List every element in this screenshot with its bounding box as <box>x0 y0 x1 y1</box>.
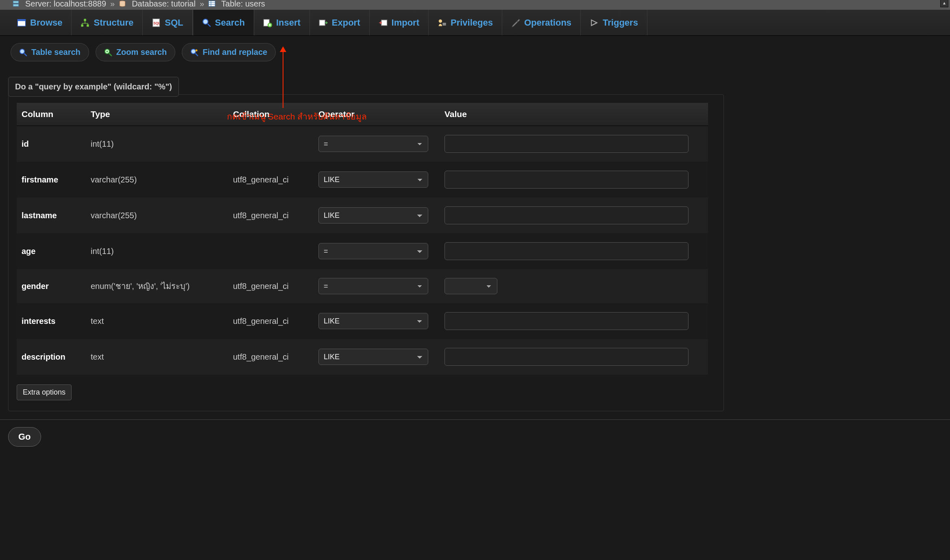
svg-rect-3 <box>209 1 215 7</box>
value-cell <box>440 198 708 233</box>
sql-icon: SQL <box>152 18 161 27</box>
breadcrumb-sep: » <box>110 0 115 9</box>
tab-label: Privileges <box>451 17 493 28</box>
database-icon <box>119 0 126 7</box>
svg-point-26 <box>191 49 196 53</box>
column-type: int(11) <box>86 233 228 269</box>
subtab-label: Zoom search <box>116 48 167 57</box>
value-input[interactable] <box>444 312 689 330</box>
tab-operations[interactable]: Operations <box>502 10 581 35</box>
col-header-value: Value <box>440 103 708 126</box>
table-row: idint(11)= <box>17 126 708 162</box>
subtab-label: Table search <box>31 48 81 57</box>
svg-point-22 <box>20 49 24 53</box>
column-name: lastname <box>17 198 86 233</box>
column-type: text <box>86 339 228 375</box>
value-cell <box>440 162 708 198</box>
value-cell <box>440 126 708 162</box>
value-input[interactable] <box>444 206 689 224</box>
tab-label: Browse <box>30 17 62 28</box>
go-button[interactable]: Go <box>8 427 41 447</box>
insert-icon <box>263 18 272 27</box>
subtab-table-search[interactable]: Table search <box>11 43 89 61</box>
operator-select[interactable]: LIKE <box>318 313 428 329</box>
tab-label: Insert <box>276 17 301 28</box>
value-select[interactable] <box>444 278 497 294</box>
value-input[interactable] <box>444 242 689 260</box>
value-cell <box>440 303 708 339</box>
tab-label: Import <box>392 17 419 28</box>
operator-select[interactable]: = <box>318 136 428 152</box>
breadcrumb-table[interactable]: Table: users <box>221 0 265 9</box>
search-subtabs: Table search Zoom search Find and replac… <box>0 36 950 61</box>
subtab-label: Find and replace <box>203 48 267 57</box>
breadcrumb-database[interactable]: Database: tutorial <box>132 0 196 9</box>
tab-label: Operations <box>524 17 571 28</box>
tab-label: Triggers <box>603 17 638 28</box>
table-row: descriptiontextutf8_general_ciLIKE <box>17 339 708 375</box>
breadcrumb-server[interactable]: Server: localhost:8889 <box>25 0 106 9</box>
operator-select[interactable]: LIKE <box>318 349 428 365</box>
operator-select[interactable]: = <box>318 278 428 294</box>
export-icon <box>319 18 328 27</box>
triggers-icon <box>590 18 599 27</box>
tab-insert[interactable]: Insert <box>254 10 310 35</box>
svg-rect-19 <box>381 20 387 26</box>
operator-select[interactable]: = <box>318 243 428 259</box>
tab-privileges[interactable]: Privileges <box>429 10 502 35</box>
tab-sql[interactable]: SQL SQL <box>143 10 192 35</box>
tab-structure[interactable]: Structure <box>72 10 143 35</box>
column-collation: utf8_general_ci <box>228 269 314 303</box>
extra-options-button[interactable]: Extra options <box>17 384 72 400</box>
breadcrumb-sep: » <box>200 0 204 9</box>
table-row: lastnamevarchar(255)utf8_general_ciLIKE <box>17 198 708 233</box>
form-footer: Go <box>0 419 950 454</box>
operations-icon <box>511 18 520 27</box>
operator-cell: LIKE <box>314 339 440 375</box>
svg-rect-8 <box>17 19 25 21</box>
value-input[interactable] <box>444 135 689 153</box>
import-icon <box>379 18 388 27</box>
value-input[interactable] <box>444 171 689 189</box>
tab-search[interactable]: Search <box>193 10 254 35</box>
svg-rect-18 <box>319 20 325 26</box>
operator-cell: = <box>314 126 440 162</box>
annotation-arrow <box>283 47 283 108</box>
column-type: varchar(255) <box>86 162 228 198</box>
svg-line-23 <box>24 53 27 56</box>
tab-import[interactable]: Import <box>370 10 429 35</box>
svg-point-14 <box>203 19 208 24</box>
subtab-find-replace[interactable]: Find and replace <box>182 43 276 61</box>
svg-line-15 <box>207 24 210 26</box>
svg-text:SQL: SQL <box>153 22 160 25</box>
tab-triggers[interactable]: Triggers <box>581 10 647 35</box>
table-row: genderenum('ชาย', 'หญิง', 'ไม่ระบุ')utf8… <box>17 269 708 303</box>
column-collation <box>228 233 314 269</box>
annotation-text: กดเข้าเมนู Search สำหรับค้นหาข้อมูล <box>227 110 367 123</box>
breadcrumb: Server: localhost:8889 » Database: tutor… <box>0 0 950 10</box>
collapse-breadcrumb-button[interactable]: ▴ <box>940 0 948 7</box>
tab-label: SQL <box>165 17 183 28</box>
search-criteria-table: Column Type Collation Operator Value idi… <box>17 103 708 375</box>
operator-cell: = <box>314 269 440 303</box>
column-collation: utf8_general_ci <box>228 303 314 339</box>
svg-line-25 <box>109 53 111 56</box>
query-by-example-form: Column Type Collation Operator Value idi… <box>8 94 724 411</box>
column-type: int(11) <box>86 126 228 162</box>
operator-select[interactable]: LIKE <box>318 207 428 224</box>
col-header-column: Column <box>17 103 86 126</box>
subtab-zoom-search[interactable]: Zoom search <box>96 43 175 61</box>
tab-browse[interactable]: Browse <box>8 10 72 35</box>
operator-cell: = <box>314 233 440 269</box>
column-collation <box>228 126 314 162</box>
value-input[interactable] <box>444 348 689 366</box>
structure-icon <box>81 18 89 27</box>
tab-export[interactable]: Export <box>310 10 370 35</box>
column-type: varchar(255) <box>86 198 228 233</box>
browse-icon <box>17 18 26 27</box>
svg-point-20 <box>439 19 442 22</box>
search-icon <box>202 18 211 27</box>
operator-select[interactable]: LIKE <box>318 171 428 188</box>
svg-rect-11 <box>87 24 89 27</box>
search-icon <box>19 48 27 56</box>
